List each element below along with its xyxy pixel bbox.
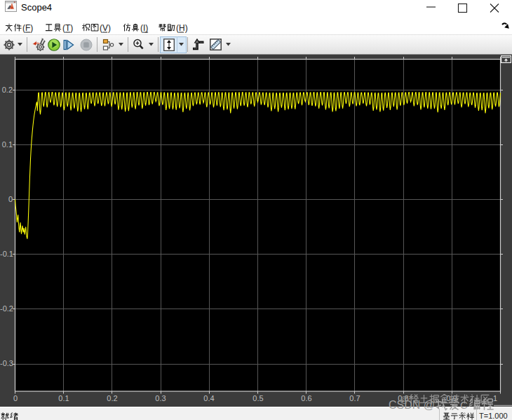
svg-text:(I): (I) xyxy=(140,23,148,33)
svg-text:(T): (T) xyxy=(62,23,73,33)
svg-text:CSDN @: CSDN @ xyxy=(389,399,435,411)
svg-text:(F): (F) xyxy=(22,23,33,33)
svg-text:C: C xyxy=(460,399,468,411)
svg-text:(V): (V) xyxy=(100,23,111,33)
svg-text:(H): (H) xyxy=(176,23,188,33)
